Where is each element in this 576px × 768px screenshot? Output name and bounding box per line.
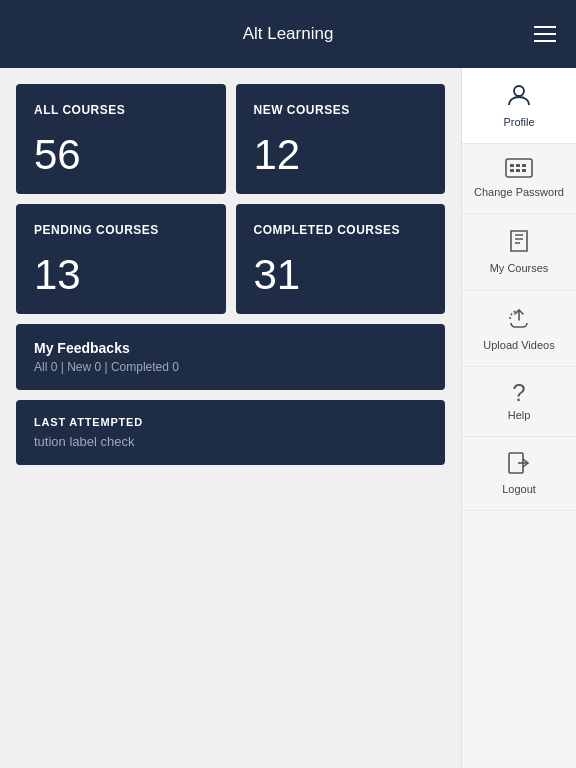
my-courses-icon (506, 228, 532, 258)
sidebar-item-my-courses[interactable]: My Courses (462, 214, 576, 290)
svg-rect-7 (522, 169, 526, 172)
sidebar-item-profile[interactable]: Profile (462, 68, 576, 144)
svg-rect-2 (510, 164, 514, 167)
completed-courses-value: 31 (254, 254, 428, 296)
logout-label: Logout (502, 483, 536, 496)
svg-rect-4 (522, 164, 526, 167)
pending-courses-value: 13 (34, 254, 208, 296)
last-attempted-label: LAST ATTEMPTED (34, 416, 427, 428)
my-courses-label: My Courses (490, 262, 549, 275)
svg-point-0 (514, 86, 524, 96)
feedbacks-title: My Feedbacks (34, 340, 427, 356)
sidebar-item-logout[interactable]: Logout (462, 437, 576, 511)
all-courses-value: 56 (34, 134, 208, 176)
change-password-label: Change Password (474, 186, 564, 199)
pending-courses-card[interactable]: PENDING COURSES 13 (16, 204, 226, 314)
all-courses-label: ALL COURSES (34, 102, 208, 119)
app-header: Alt Learning (0, 0, 576, 68)
profile-icon (506, 82, 532, 112)
svg-rect-1 (506, 159, 532, 177)
feedbacks-card[interactable]: My Feedbacks All 0 | New 0 | Completed 0 (16, 324, 445, 390)
hamburger-button[interactable] (534, 26, 556, 42)
help-label: Help (508, 409, 531, 422)
completed-courses-label: COMPLETED COURSES (254, 222, 428, 239)
completed-courses-card[interactable]: COMPLETED COURSES 31 (236, 204, 446, 314)
profile-label: Profile (503, 116, 534, 129)
change-password-icon (505, 158, 533, 182)
svg-rect-5 (510, 169, 514, 172)
svg-rect-6 (516, 169, 520, 172)
sidebar-item-change-password[interactable]: Change Password (462, 144, 576, 214)
help-icon: ? (512, 381, 525, 405)
content-area: ALL COURSES 56 NEW COURSES 12 PENDING CO… (0, 68, 461, 768)
sidebar-item-help[interactable]: ? Help (462, 367, 576, 437)
last-attempted-value: tution label check (34, 434, 427, 449)
upload-videos-icon (506, 305, 532, 335)
new-courses-card[interactable]: NEW COURSES 12 (236, 84, 446, 194)
feedbacks-subtitle: All 0 | New 0 | Completed 0 (34, 360, 427, 374)
logout-icon (507, 451, 531, 479)
sidebar: Profile Change Password (461, 68, 576, 768)
header-title: Alt Learning (243, 24, 334, 44)
sidebar-item-upload-videos[interactable]: Upload Videos (462, 291, 576, 367)
svg-rect-3 (516, 164, 520, 167)
upload-videos-label: Upload Videos (483, 339, 554, 352)
new-courses-value: 12 (254, 134, 428, 176)
pending-courses-label: PENDING COURSES (34, 222, 208, 239)
last-attempted-card[interactable]: LAST ATTEMPTED tution label check (16, 400, 445, 465)
all-courses-card[interactable]: ALL COURSES 56 (16, 84, 226, 194)
main-layout: ALL COURSES 56 NEW COURSES 12 PENDING CO… (0, 68, 576, 768)
new-courses-label: NEW COURSES (254, 102, 428, 119)
stats-grid: ALL COURSES 56 NEW COURSES 12 PENDING CO… (16, 84, 445, 314)
